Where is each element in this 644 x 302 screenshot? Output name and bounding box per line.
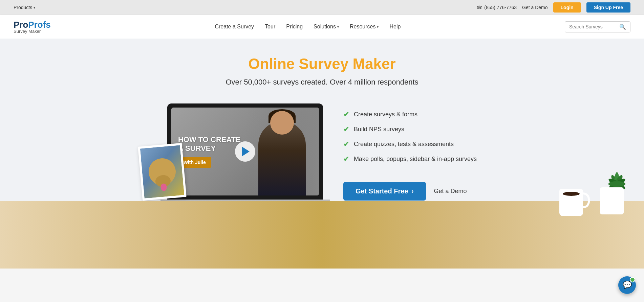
logo-subtitle: Survey Maker: [14, 29, 41, 34]
play-button[interactable]: [235, 141, 255, 162]
help-nav-link[interactable]: Help: [389, 24, 401, 30]
plant-leaves: [597, 157, 630, 191]
dog-body: [148, 157, 177, 187]
hero-section: Online Survey Maker Over 50,000+ surveys…: [0, 39, 644, 269]
solutions-nav-link[interactable]: Solutions ▾: [314, 24, 339, 30]
feature-item-3: ✔ Create quizzes, tests & assessments: [343, 140, 477, 148]
pricing-nav-link[interactable]: Pricing: [286, 24, 303, 30]
svg-point-6: [608, 181, 625, 187]
top-bar-left: Products ▾: [14, 5, 35, 10]
plant-decoration: [600, 187, 624, 214]
video-person-panel: [245, 108, 319, 195]
search-box[interactable]: 🔍: [565, 21, 630, 32]
get-demo-hero-link[interactable]: Get a Demo: [434, 188, 467, 195]
products-label: Products: [14, 5, 32, 10]
nav-bar: ProProfs Survey Maker Create a Survey To…: [0, 15, 644, 39]
hero-subtitle: Over 50,000+ surveys created. Over 4 mil…: [226, 78, 418, 87]
signup-button[interactable]: Sign Up Free: [586, 2, 630, 13]
search-input[interactable]: [569, 24, 617, 29]
person-figure: [257, 114, 307, 195]
logo-pro1: Pro: [14, 20, 28, 30]
laptop-mockup: HOW TO CREATE A SURVEY With Julie: [167, 103, 323, 209]
resources-nav-link[interactable]: Resources ▾: [350, 24, 379, 30]
dog-photo-frame: [138, 143, 186, 201]
person-head: [270, 111, 294, 135]
plant-pot: [600, 187, 624, 214]
person-body: [258, 121, 306, 195]
coffee-mug: [559, 189, 583, 216]
cta-buttons: Get Started Free › Get a Demo: [343, 182, 477, 201]
laptop-screen-outer: HOW TO CREATE A SURVEY With Julie: [167, 103, 323, 200]
top-bar-right: ☎ (855) 776-7763 Get a Demo Login Sign U…: [476, 2, 630, 13]
search-icon: 🔍: [619, 24, 626, 30]
dog-photo: [140, 145, 184, 199]
coffee-surface: [563, 192, 580, 196]
nav-links: Create a Survey Tour Pricing Solutions ▾…: [215, 24, 401, 30]
logo[interactable]: ProProfs Survey Maker: [14, 20, 51, 34]
solutions-arrow-icon: ▾: [337, 25, 339, 29]
tour-nav-link[interactable]: Tour: [265, 24, 275, 30]
feature-label-1: Create surveys & forms: [354, 111, 417, 118]
features-list: ✔ Create surveys & forms ✔ Build NPS sur…: [343, 103, 477, 201]
laptop-screen: HOW TO CREATE A SURVEY With Julie: [171, 108, 319, 195]
logo-pro2: Profs: [28, 20, 50, 30]
dog-snout: [155, 175, 171, 188]
video-thumbnail: HOW TO CREATE A SURVEY With Julie: [171, 108, 319, 195]
products-arrow-icon: ▾: [34, 6, 35, 9]
feature-label-2: Build NPS surveys: [354, 126, 404, 133]
feature-label-4: Make polls, popups, sidebar & in-app sur…: [354, 156, 477, 163]
laptop-container: HOW TO CREATE A SURVEY With Julie: [167, 103, 323, 209]
phone-info: ☎ (855) 776-7763: [476, 5, 517, 10]
hero-title: Online Survey Maker: [248, 55, 395, 72]
feature-item-2: ✔ Build NPS surveys: [343, 125, 477, 133]
dog-illustration: [148, 157, 177, 187]
check-icon-2: ✔: [343, 125, 349, 133]
check-icon-4: ✔: [343, 155, 349, 163]
desk-surface: [0, 201, 644, 269]
phone-number: (855) 776-7763: [484, 5, 517, 10]
login-button[interactable]: Login: [553, 2, 581, 13]
get-started-arrow-icon: ›: [412, 188, 414, 195]
dog-tongue: [160, 183, 167, 191]
check-icon-1: ✔: [343, 110, 349, 118]
check-icon-3: ✔: [343, 140, 349, 148]
create-survey-nav-link[interactable]: Create a Survey: [215, 24, 254, 30]
feature-item-4: ✔ Make polls, popups, sidebar & in-app s…: [343, 155, 477, 163]
get-started-button[interactable]: Get Started Free ›: [343, 182, 426, 201]
feature-item-1: ✔ Create surveys & forms: [343, 110, 477, 118]
top-bar: Products ▾ ☎ (855) 776-7763 Get a Demo L…: [0, 0, 644, 15]
feature-label-3: Create quizzes, tests & assessments: [354, 141, 454, 148]
get-started-label: Get Started Free: [356, 187, 408, 195]
resources-arrow-icon: ▾: [377, 25, 379, 29]
hero-content: HOW TO CREATE A SURVEY With Julie: [119, 103, 525, 209]
get-demo-topbar-link[interactable]: Get a Demo: [522, 5, 548, 10]
phone-icon: ☎: [476, 5, 482, 10]
products-menu[interactable]: Products ▾: [14, 5, 35, 10]
